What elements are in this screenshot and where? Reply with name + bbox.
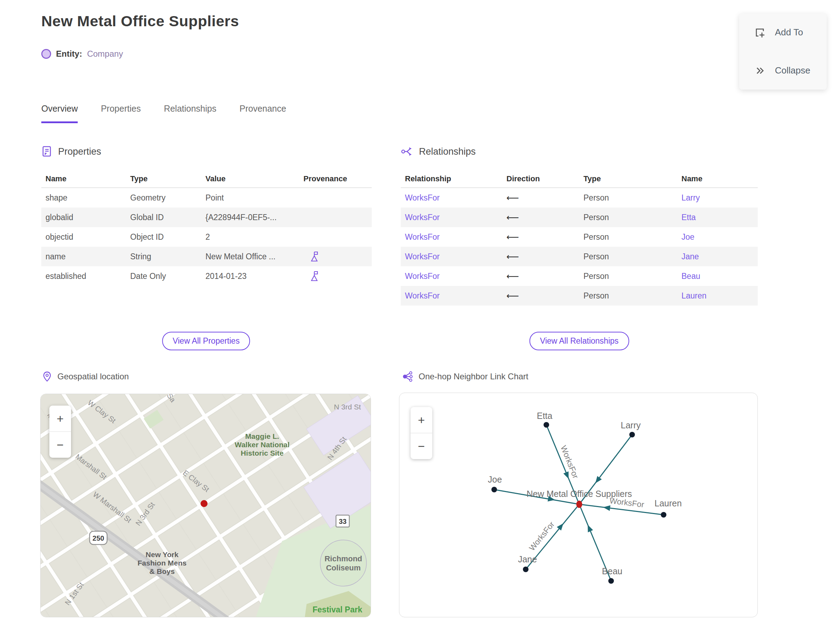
link-chart-zoom-in-button[interactable]: + [410,407,432,433]
collapse-button[interactable]: Collapse [739,51,827,90]
svg-text:250: 250 [92,534,104,542]
relationship-link[interactable]: WorksFor [401,272,502,281]
relationship-link[interactable]: WorksFor [401,193,502,203]
add-to-icon [754,27,766,38]
entity-link[interactable]: Larry [677,193,758,203]
tab-bar: Overview Properties Relationships Proven… [41,103,286,123]
link-chart-section-header: One-hop Neighbor Link Chart [402,371,528,382]
map-canvas[interactable]: k Rd W Clay St Sa Marshall St W Marshall… [41,394,371,617]
node-label: Larry [621,420,641,430]
tab-overview[interactable]: Overview [41,103,78,123]
map-entity-marker[interactable] [200,500,208,507]
entity-link[interactable]: Beau [677,272,758,281]
relationships-table-header: Relationship Direction Type Name [401,170,758,188]
direction-arrow: ⟵ [502,291,579,301]
node-lauren[interactable] [661,512,667,518]
prop-type: String [126,252,201,261]
page-title: New Metal Office Suppliers [41,13,239,30]
table-row: WorksFor ⟵ Person Joe [401,227,758,247]
map-place-label: Festival Park [313,605,362,614]
prop-name: established [41,272,126,281]
direction-arrow: ⟵ [502,232,579,242]
relationship-link[interactable]: WorksFor [401,232,502,242]
rel-type: Person [579,193,677,203]
prop-value: 2 [201,232,299,242]
rel-type: Person [579,213,677,222]
map-coliseum-footprint [320,540,366,586]
col-type: Type [579,174,677,183]
col-name: Name [677,174,758,183]
map-zoom-in-button[interactable]: + [49,405,71,431]
center-node-label: New Metal Office Suppliers [527,489,632,499]
map-place-label: New York [146,550,178,558]
col-provenance: Provenance [299,174,372,183]
direction-arrow: ⟵ [502,212,579,223]
geospatial-section-title: Geospatial location [57,372,129,381]
map-route-shield-250: 250 [90,531,107,545]
map-place-label: Coliseum [326,563,361,572]
relationship-link[interactable]: WorksFor [401,213,502,222]
node-beau[interactable] [608,578,614,584]
properties-icon [41,146,52,157]
relationship-link[interactable]: WorksFor [401,252,502,261]
view-all-properties-button[interactable]: View All Properties [162,332,250,350]
prop-value: New Metal Office ... [201,252,299,261]
map-place-label: Fashion Mens [138,559,186,567]
map-place-label: Maggie L. [245,432,279,440]
prop-value: 2014-01-23 [201,272,299,281]
tab-properties[interactable]: Properties [101,103,141,123]
add-to-button[interactable]: Add To [739,13,827,51]
col-type: Type [126,174,201,183]
relationships-section-header: Relationships [401,146,476,157]
entity-link[interactable]: Joe [677,232,758,242]
map-place-label: & Boys [150,567,175,575]
rel-type: Person [579,272,677,281]
table-row: WorksFor ⟵ Person Lauren [401,286,758,305]
node-larry[interactable] [629,432,635,437]
link-chart-section-title: One-hop Neighbor Link Chart [418,372,528,381]
properties-table: Name Type Value Provenance shape Geometr… [41,170,372,286]
map-place-label: Walker National [235,440,290,448]
entity-link[interactable]: Jane [677,252,758,261]
prop-type: Geometry [126,193,201,203]
link-chart-icon [402,371,413,382]
collapse-icon [754,65,766,76]
prop-name: name [41,252,126,261]
link-chart-canvas[interactable]: WorksFor WorksFor WorksFor Etta Larry Jo… [399,393,757,617]
link-chart-zoom-control: + − [410,407,432,459]
entity-link[interactable]: Etta [677,213,758,222]
prop-name: objectid [41,232,126,242]
table-row: shape Geometry Point [41,188,372,208]
view-all-relationships-button[interactable]: View All Relationships [530,332,629,350]
node-jane[interactable] [523,567,528,572]
tab-relationships[interactable]: Relationships [164,103,216,123]
col-direction: Direction [502,174,579,183]
edge-label-worksfor: WorksFor [527,520,556,553]
table-row: WorksFor ⟵ Person Beau [401,266,758,286]
relationships-table: Relationship Direction Type Name WorksFo… [401,170,758,305]
map-zoom-out-button[interactable]: − [49,431,71,458]
node-center-entity[interactable] [576,501,582,508]
table-row: objectid Object ID 2 [41,227,372,247]
provenance-flag-icon[interactable] [310,270,319,282]
node-joe[interactable] [492,487,497,493]
entity-label: Entity: [56,49,82,59]
node-label: Beau [602,566,622,576]
entity-link[interactable]: Lauren [677,291,758,300]
relationships-section-title: Relationships [419,146,476,157]
svg-text:33: 33 [339,518,347,525]
provenance-flag-icon[interactable] [310,251,319,262]
map-route-shield-33: 33 [336,515,349,527]
map-panel: k Rd W Clay St Sa Marshall St W Marshall… [40,394,371,617]
properties-section-header: Properties [41,146,101,157]
location-pin-icon [42,371,52,382]
relationship-link[interactable]: WorksFor [401,291,502,300]
tab-provenance[interactable]: Provenance [239,103,286,123]
prop-type: Global ID [126,213,201,222]
add-to-label: Add To [775,27,803,38]
node-etta[interactable] [544,422,549,428]
link-chart-zoom-out-button[interactable]: − [410,433,432,459]
link-chart-panel: WorksFor WorksFor WorksFor Etta Larry Jo… [399,393,758,617]
entity-row: Entity: Company [41,49,123,59]
rel-type: Person [579,291,677,300]
